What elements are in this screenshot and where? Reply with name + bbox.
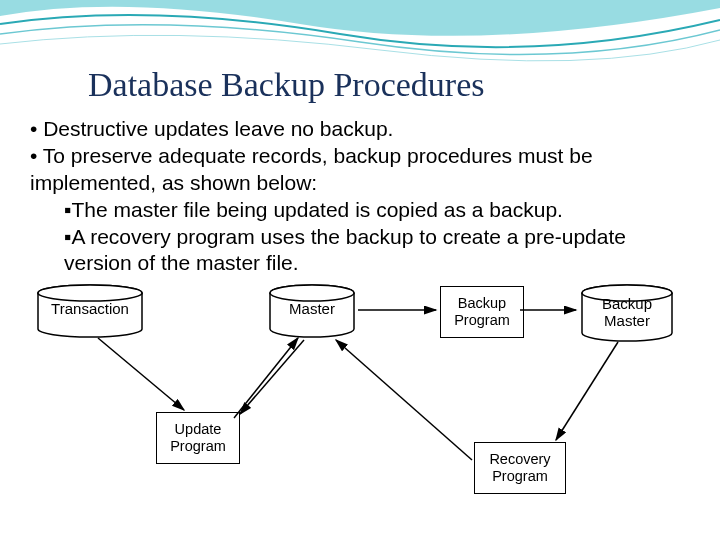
- flow-diagram: Transaction Master BackupMaster UpdatePr…: [36, 284, 684, 504]
- subbullet-2: ▪A recovery program uses the backup to c…: [30, 224, 690, 278]
- header-wave: [0, 0, 720, 66]
- slide-title: Database Backup Procedures: [88, 66, 485, 104]
- bullet-1-text: Destructive updates leave no backup.: [43, 117, 393, 140]
- bullet-2: • To preserve adequate records, backup p…: [30, 143, 690, 197]
- svg-line-11: [556, 342, 618, 440]
- diagram-arrows: [36, 284, 684, 504]
- svg-line-7: [234, 338, 298, 418]
- bullet-2-text: To preserve adequate records, backup pro…: [30, 144, 593, 194]
- body-text: • Destructive updates leave no backup. •…: [30, 116, 690, 277]
- subbullet-1: ▪The master file being updated is copied…: [30, 197, 690, 224]
- subbullet-2-text: A recovery program uses the backup to cr…: [64, 225, 626, 275]
- svg-line-8: [240, 340, 304, 414]
- subbullet-1-text: The master file being updated is copied …: [71, 198, 562, 221]
- bullet-1: • Destructive updates leave no backup.: [30, 116, 690, 143]
- svg-line-6: [98, 338, 184, 410]
- svg-line-12: [336, 340, 472, 460]
